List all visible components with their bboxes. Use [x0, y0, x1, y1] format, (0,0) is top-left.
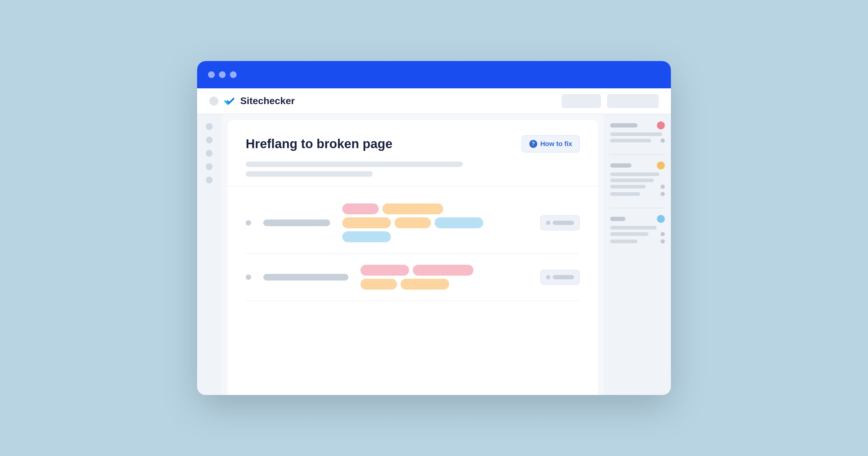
rs-row-sub-3c	[610, 239, 665, 243]
sidebar-dot-1	[206, 123, 213, 130]
rs-row-sub-1b	[610, 138, 665, 143]
logo-icon	[223, 94, 236, 108]
rs-row-header-1	[610, 122, 665, 129]
tag-blue-md-1	[435, 217, 483, 228]
action-btn-line-1	[553, 221, 574, 225]
nav-bar: Sitechecker	[197, 88, 671, 114]
tags-row-2a	[361, 265, 473, 276]
tag-blue-sm-1	[342, 231, 391, 242]
rs-badge-red	[657, 122, 665, 129]
nav-buttons	[562, 94, 659, 108]
tag-orange-lg-1	[382, 203, 443, 214]
rs-subline-3a	[610, 226, 657, 230]
rs-line-1	[610, 123, 638, 128]
action-btn-line-2	[553, 275, 574, 279]
tags-row-1a	[342, 203, 483, 214]
tag-pink-sm-1	[342, 203, 379, 214]
rs-row-sub-2d	[610, 192, 665, 196]
browser-window: Sitechecker Hreflang to broken page	[197, 61, 671, 395]
rs-badge-blue	[657, 215, 665, 223]
browser-dot-1	[208, 71, 215, 78]
sidebar-left	[197, 114, 221, 395]
rs-row-header-3	[610, 215, 665, 223]
sidebar-dot-5	[206, 177, 213, 183]
browser-titlebar	[197, 61, 671, 88]
page-header: Hreflang to broken page ? How to fix	[246, 135, 580, 153]
nav-button-2[interactable]	[607, 94, 659, 108]
rs-row-sub-3b	[610, 232, 665, 236]
tag-orange-sm-1	[395, 217, 431, 228]
rs-dot-2	[660, 185, 665, 189]
row-bullet-2	[246, 274, 251, 280]
logo-text: Sitechecker	[240, 95, 295, 106]
desc-line-1	[246, 162, 463, 167]
row-tags-2	[361, 265, 528, 290]
row-tags-1	[342, 203, 528, 242]
nav-button-1[interactable]	[562, 94, 601, 108]
center-content: Hreflang to broken page ? How to fix	[227, 120, 598, 395]
rs-subline-2c	[610, 185, 646, 189]
rs-dot-3	[660, 192, 665, 196]
tags-row-2b	[361, 279, 473, 290]
tags-row-1b	[342, 217, 483, 228]
row-bullet-1	[246, 220, 251, 226]
rs-subline-2d	[610, 192, 640, 196]
rs-dot-1	[660, 138, 665, 143]
tag-orange-md-2	[401, 279, 449, 290]
action-btn-dot-1	[546, 221, 550, 225]
sidebar-group-2	[610, 162, 665, 199]
browser-dots	[208, 71, 237, 78]
rs-row-header-2	[610, 162, 665, 169]
logo-area: Sitechecker	[209, 94, 562, 108]
row-action-button-2[interactable]	[540, 270, 580, 285]
desc-line-2	[246, 171, 373, 177]
rs-subline-2a	[610, 172, 659, 176]
tags-grid-1	[342, 203, 483, 242]
how-to-fix-button[interactable]: ? How to fix	[522, 135, 580, 153]
sidebar-right	[604, 114, 671, 395]
rs-divider-2	[610, 208, 665, 208]
tags-grid-2	[361, 265, 473, 290]
how-to-fix-label: How to fix	[540, 140, 572, 148]
description-lines	[246, 162, 580, 177]
tags-row-1c	[342, 231, 483, 242]
sidebar-group-3	[610, 215, 665, 247]
rs-subline-1b	[610, 139, 651, 142]
main-area: Hreflang to broken page ? How to fix	[197, 114, 671, 395]
rs-row-sub-2c	[610, 185, 665, 189]
row-label-1	[263, 220, 330, 226]
browser-inner: Sitechecker Hreflang to broken page	[197, 88, 671, 395]
tag-pink-lg-2	[413, 265, 473, 276]
tag-pink-md-2	[361, 265, 409, 276]
table-row	[246, 254, 580, 301]
rs-subline-1a	[610, 132, 662, 136]
sidebar-dot-4	[206, 163, 213, 170]
rs-subline-3b	[610, 232, 648, 236]
section-separator	[227, 186, 598, 186]
action-btn-dot-2	[546, 275, 550, 279]
rs-divider-1	[610, 154, 665, 155]
rs-badge-orange	[657, 162, 665, 169]
rs-dot-4	[660, 232, 665, 236]
sidebar-dot-2	[206, 137, 213, 143]
row-action-button-1[interactable]	[540, 215, 580, 230]
tag-orange-md-1	[342, 217, 391, 228]
rs-dot-5	[660, 239, 665, 243]
browser-dot-3	[230, 71, 237, 78]
rs-subline-3c	[610, 239, 638, 243]
sidebar-dot-3	[206, 150, 213, 157]
logo-circle	[209, 97, 218, 106]
help-icon: ?	[529, 140, 537, 148]
table-row	[246, 193, 580, 254]
rs-line-3	[610, 217, 625, 221]
browser-dot-2	[219, 71, 226, 78]
sidebar-group-1	[610, 122, 665, 146]
rs-line-2	[610, 163, 631, 168]
page-title: Hreflang to broken page	[246, 137, 393, 151]
row-label-2	[263, 274, 348, 281]
rs-subline-2b	[610, 178, 654, 182]
tag-orange-sm-2	[361, 279, 397, 290]
